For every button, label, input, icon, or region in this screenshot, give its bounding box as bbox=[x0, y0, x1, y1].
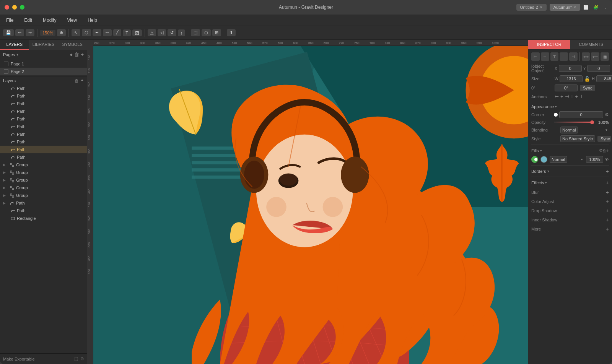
distribute-v-btn[interactable]: ⟵ bbox=[591, 52, 599, 61]
fill-toggle[interactable] bbox=[531, 156, 538, 163]
tab-layers[interactable]: LAYERS bbox=[0, 40, 29, 50]
anchor-t-btn[interactable]: T bbox=[571, 94, 574, 99]
fills-copy-btn[interactable]: ⎘ bbox=[603, 148, 605, 153]
blur-add-btn[interactable]: + bbox=[605, 189, 609, 195]
zoom-fit-btn[interactable]: ⊕ bbox=[57, 29, 66, 36]
tab-symbols[interactable]: SYMBOLS bbox=[58, 40, 87, 50]
blending-select[interactable]: Normal bbox=[560, 127, 578, 133]
pen-tool[interactable]: ✒ bbox=[93, 29, 101, 36]
layer-path-2[interactable]: Path bbox=[0, 92, 87, 100]
effects-add-btn[interactable]: + bbox=[605, 179, 609, 186]
tab-untitled[interactable]: Untitled-2 ✕ bbox=[516, 4, 547, 11]
layer-rect[interactable]: Rectangle bbox=[0, 214, 87, 222]
menu-view[interactable]: View bbox=[65, 17, 79, 24]
opacity-slider[interactable] bbox=[554, 122, 594, 123]
expand-icon[interactable]: ▶ bbox=[3, 186, 8, 190]
size-w-input[interactable] bbox=[560, 75, 583, 82]
boolean-union[interactable]: △ bbox=[148, 29, 156, 36]
expand-icon[interactable]: ▶ bbox=[3, 178, 8, 182]
save-btn[interactable]: 💾 bbox=[3, 29, 14, 36]
flip-btn[interactable]: ↕ bbox=[178, 29, 186, 36]
line-tool[interactable]: ╱ bbox=[113, 29, 121, 36]
layer-path-11[interactable]: Path bbox=[0, 207, 87, 214]
layer-path-8[interactable]: Path bbox=[0, 138, 87, 146]
layer-path-7[interactable]: Path bbox=[0, 130, 87, 138]
image-tool[interactable]: 🖼 bbox=[132, 29, 142, 36]
pages-add-btn[interactable]: + bbox=[81, 52, 84, 57]
layer-path-10[interactable]: Path bbox=[0, 153, 87, 161]
tab-libraries[interactable]: LIBRARIES bbox=[29, 40, 58, 50]
layer-group-3[interactable]: ▶ Group bbox=[0, 176, 87, 184]
align-right-btn[interactable]: ⊣ bbox=[569, 52, 578, 61]
zoom-level[interactable]: 150% bbox=[40, 30, 55, 36]
tab-close-untitled[interactable]: ✕ bbox=[540, 5, 543, 9]
export-action-1[interactable]: ⬚ bbox=[74, 356, 78, 361]
distribute-h-btn[interactable]: ⟺ bbox=[582, 52, 590, 61]
inner-shadow-add-btn[interactable]: + bbox=[605, 216, 609, 223]
undo-btn[interactable]: ↩ bbox=[15, 29, 24, 36]
layer-group-1[interactable]: ▶ Group bbox=[0, 161, 87, 169]
fill-mode-select[interactable]: Normal bbox=[550, 156, 567, 163]
tab-close-autumun[interactable]: ✕ bbox=[573, 5, 576, 9]
angle-input[interactable] bbox=[555, 84, 578, 91]
opacity-thumb[interactable] bbox=[590, 120, 594, 124]
drop-shadow-add-btn[interactable]: + bbox=[605, 207, 609, 214]
layer-path-6[interactable]: Path bbox=[0, 123, 87, 130]
expand-icon[interactable]: ▶ bbox=[3, 193, 8, 197]
color-adjust-add-btn[interactable]: + bbox=[605, 198, 609, 205]
anchor-b-btn[interactable]: ⊥ bbox=[579, 94, 584, 99]
anchor-plus-btn[interactable]: + bbox=[560, 94, 563, 99]
text-tool[interactable]: T bbox=[123, 29, 131, 36]
fill-opacity-input[interactable] bbox=[586, 156, 603, 163]
tab-inspector[interactable]: INSPECTOR bbox=[528, 40, 570, 49]
fills-edit-btn[interactable]: ⚙ bbox=[599, 148, 603, 153]
layer-group-2[interactable]: ▶ Group bbox=[0, 169, 87, 176]
style-select[interactable]: No Shared Style bbox=[560, 135, 595, 142]
minimize-button[interactable] bbox=[12, 5, 17, 10]
menu-edit[interactable]: Edit bbox=[22, 17, 34, 24]
layers-delete-btn[interactable]: 🗑 bbox=[75, 78, 79, 83]
fill-visible-btn[interactable]: 👁 bbox=[605, 157, 609, 162]
position-x-input[interactable] bbox=[559, 65, 582, 72]
menu-file[interactable]: File bbox=[4, 17, 16, 24]
redo-btn[interactable]: ↪ bbox=[26, 29, 34, 36]
select-tool[interactable]: ↖ bbox=[72, 29, 80, 36]
layer-path-3[interactable]: Path bbox=[0, 100, 87, 107]
more-icon[interactable]: ⋮ bbox=[603, 5, 607, 10]
more-add-btn[interactable]: + bbox=[605, 226, 609, 232]
lock-proportions-btn[interactable]: 🔓 bbox=[584, 76, 590, 82]
borders-add-btn[interactable]: + bbox=[605, 168, 609, 174]
maximize-button[interactable] bbox=[20, 5, 24, 10]
tab-comments[interactable]: COMMENTS bbox=[570, 40, 612, 49]
expand-icon[interactable]: ▶ bbox=[3, 163, 8, 167]
align-left-btn[interactable]: ⊢ bbox=[531, 52, 540, 61]
align-top-btn[interactable]: ⊤ bbox=[550, 52, 559, 61]
extensions-icon[interactable]: 🧩 bbox=[593, 5, 599, 10]
layers-add-btn[interactable]: ✦ bbox=[80, 78, 84, 83]
layer-group-5[interactable]: ▶ Group bbox=[0, 192, 87, 199]
expand-icon[interactable]: ▶ bbox=[3, 201, 8, 205]
shape-tool[interactable]: ⬡ bbox=[82, 29, 91, 36]
corner-edit-btn[interactable]: ⚙ bbox=[605, 112, 609, 117]
layer-path-1[interactable]: Path bbox=[0, 84, 87, 92]
size-h-input[interactable] bbox=[596, 75, 612, 82]
group-btn[interactable]: ⬚ bbox=[191, 29, 200, 36]
anchor-plus2-btn[interactable]: + bbox=[575, 94, 578, 99]
boolean-sub[interactable]: ◁ bbox=[158, 29, 166, 36]
close-button[interactable] bbox=[5, 5, 9, 10]
anchor-right-btn[interactable]: ⊣ bbox=[565, 94, 569, 99]
expand-icon[interactable]: ▶ bbox=[3, 171, 8, 174]
illustration-canvas[interactable] bbox=[93, 46, 528, 364]
pages-eye-btn[interactable]: ● bbox=[70, 52, 73, 57]
layer-path-9[interactable]: Path bbox=[0, 146, 87, 153]
window-icon-1[interactable]: ⬜ bbox=[583, 5, 589, 10]
layer-group-4[interactable]: ▶ Group bbox=[0, 184, 87, 192]
page-item-2[interactable]: Page 2 bbox=[0, 68, 87, 75]
pages-delete-btn[interactable]: 🗑 bbox=[74, 52, 79, 57]
layer-path-4[interactable]: Path bbox=[0, 107, 87, 115]
pencil-tool[interactable]: ✏ bbox=[103, 29, 112, 36]
chart-btn[interactable]: ▦ bbox=[601, 52, 609, 61]
corner-input[interactable] bbox=[559, 111, 603, 118]
fills-add-btn[interactable]: + bbox=[605, 147, 609, 154]
menu-modify[interactable]: Modify bbox=[41, 17, 59, 24]
